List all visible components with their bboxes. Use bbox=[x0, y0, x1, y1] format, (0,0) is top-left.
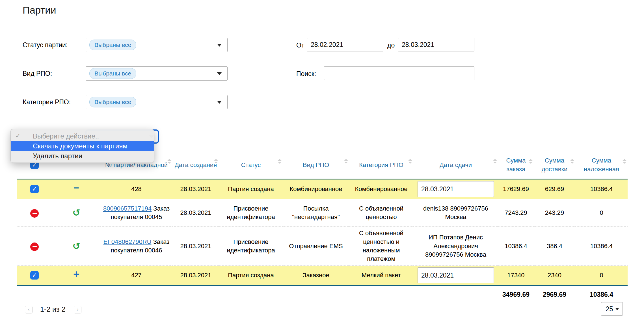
pagination-range: 1-2 из 2 bbox=[40, 305, 65, 313]
chevron-down-icon bbox=[217, 101, 222, 104]
created-date-cell: 28.03.2021 bbox=[172, 179, 219, 199]
sort-icon[interactable] bbox=[214, 159, 218, 164]
totals-row: 34969.69 2969.69 10386.4 bbox=[17, 285, 628, 304]
column-header-delivery-sum: Сумма доставки bbox=[534, 153, 575, 179]
chevron-down-icon bbox=[615, 308, 619, 310]
search-input[interactable] bbox=[324, 66, 474, 80]
status-cell: Партия создана bbox=[219, 179, 283, 199]
search-label: Поиск: bbox=[296, 70, 316, 78]
column-header-cod-sum: Сумма наложенная bbox=[575, 153, 628, 179]
shipment-barcode-link[interactable]: 80090657517194 bbox=[103, 205, 152, 212]
menu-item-download-documents[interactable]: Скачать документы к партиям bbox=[11, 141, 154, 151]
batches-page: Партии Статус партии: Выбраны все Вид РП… bbox=[0, 0, 644, 329]
expand-icon[interactable]: + bbox=[73, 268, 79, 280]
rpo-category-cell: С объявленной ценностью и наложенным пла… bbox=[349, 227, 413, 266]
sort-icon[interactable] bbox=[623, 159, 626, 164]
recipient-cell: ИП Потапов Денис Александрович 890997267… bbox=[413, 227, 498, 266]
rpo-type-cell: Заказное bbox=[283, 266, 349, 285]
table-row-batch-428: ✓ − 428 28.03.2021 Партия создана Комбин… bbox=[17, 179, 628, 199]
handover-date-input[interactable] bbox=[418, 181, 494, 197]
total-order-sum: 34969.69 bbox=[498, 285, 534, 304]
undo-icon[interactable]: ↺ bbox=[72, 241, 80, 252]
total-cod-sum: 10386.4 bbox=[575, 285, 628, 304]
chevron-down-icon bbox=[217, 44, 222, 47]
date-from-input[interactable] bbox=[307, 38, 383, 51]
cod-sum-cell: 0 bbox=[575, 199, 628, 227]
batch-number-cell: 427 bbox=[100, 266, 172, 285]
recipient-cell: denis138 89099726756 Москва bbox=[413, 199, 498, 227]
order-sum-cell: 17629.69 bbox=[498, 179, 534, 199]
rpo-type-select[interactable]: Выбраны все bbox=[86, 66, 228, 81]
batch-status-label: Статус партии: bbox=[23, 41, 68, 49]
chevron-right-icon: › bbox=[77, 306, 79, 312]
status-cell: Присвоение идентификатора bbox=[219, 199, 283, 227]
rpo-type-cell: Комбинированное bbox=[283, 179, 349, 199]
collapse-icon[interactable]: − bbox=[74, 182, 79, 193]
sort-icon[interactable] bbox=[278, 159, 282, 164]
created-date-cell: 28.03.2021 bbox=[172, 227, 219, 266]
rpo-category-label: Категория РПО: bbox=[23, 98, 71, 106]
column-header-handover-date: Дата сдачи bbox=[413, 153, 498, 179]
created-date-cell: 28.03.2021 bbox=[172, 266, 219, 285]
delivery-sum-cell: 2340 bbox=[534, 266, 575, 285]
total-delivery-sum: 2969.69 bbox=[534, 285, 575, 304]
selected-all-chip: Выбраны все bbox=[89, 97, 136, 107]
column-header-rpo-type: Вид РПО bbox=[283, 153, 349, 179]
remove-shipment-icon[interactable] bbox=[30, 243, 39, 251]
delivery-sum-cell: 243.29 bbox=[534, 199, 575, 227]
delivery-sum-cell: 386.4 bbox=[534, 227, 575, 266]
rpo-type-cell: Посылка "нестандартная" bbox=[283, 199, 349, 227]
selected-all-chip: Выбраны все bbox=[89, 68, 136, 79]
status-cell: Присвоение идентификатора bbox=[219, 227, 283, 266]
cod-sum-cell: 10386.4 bbox=[575, 227, 628, 266]
batch-action-menu: ✓ Выберите действие.. Скачать документы … bbox=[10, 129, 154, 163]
sort-icon[interactable] bbox=[570, 159, 574, 164]
shipment-barcode-link[interactable]: EF048062790RU bbox=[103, 238, 152, 245]
sort-icon[interactable] bbox=[408, 159, 412, 164]
shipment-number-cell: EF048062790RU Заказ покупателя 00046 bbox=[100, 227, 172, 266]
table-row-shipment-00045: ↺ 80090657517194 Заказ покупателя 00045 … bbox=[17, 199, 628, 227]
sort-icon[interactable] bbox=[167, 159, 171, 164]
date-from-label: От bbox=[296, 42, 304, 49]
select-row-checkbox[interactable]: ✓ bbox=[30, 185, 39, 193]
batch-number-cell: 428 bbox=[100, 179, 172, 199]
status-cell: Партия создана bbox=[219, 266, 283, 285]
remove-shipment-icon[interactable] bbox=[30, 209, 39, 218]
table-row-shipment-00046: ↺ EF048062790RU Заказ покупателя 00046 2… bbox=[17, 227, 628, 266]
rpo-category-cell: С объявленной ценностью bbox=[349, 199, 413, 227]
table-row-batch-427: ✓ + 427 28.03.2021 Партия создана Заказн… bbox=[17, 266, 628, 285]
order-sum-cell: 17340 bbox=[498, 266, 534, 285]
cod-sum-cell: 10386.4 bbox=[575, 179, 628, 199]
column-header-status: Статус bbox=[219, 153, 283, 179]
date-to-input[interactable] bbox=[398, 38, 474, 51]
page-size-select[interactable]: 25 bbox=[601, 302, 623, 316]
rpo-category-cell: Мелкий пакет bbox=[349, 266, 413, 285]
undo-icon[interactable]: ↺ bbox=[72, 207, 80, 218]
delivery-sum-cell: 629.69 bbox=[534, 179, 575, 199]
sort-icon[interactable] bbox=[493, 159, 497, 164]
cod-sum-cell: 0 bbox=[575, 266, 628, 285]
created-date-cell: 28.03.2021 bbox=[172, 199, 219, 227]
batches-table: ✓ № партии/ накладной Дата создания Стат… bbox=[17, 153, 628, 303]
column-header-order-sum: Сумма заказа bbox=[498, 153, 534, 179]
select-row-checkbox[interactable]: ✓ bbox=[30, 271, 39, 280]
check-icon: ✓ bbox=[15, 132, 20, 139]
sort-icon[interactable] bbox=[344, 159, 348, 164]
menu-item-delete-batches[interactable]: Удалить партии bbox=[11, 151, 154, 161]
chevron-down-icon bbox=[217, 72, 222, 75]
date-to-label: до bbox=[387, 42, 395, 49]
next-page-button[interactable]: › bbox=[74, 306, 81, 313]
menu-item-choose-action[interactable]: ✓ Выберите действие.. bbox=[11, 131, 154, 141]
handover-date-input[interactable] bbox=[418, 267, 494, 283]
rpo-category-select[interactable]: Выбраны все bbox=[86, 95, 228, 109]
sort-icon[interactable] bbox=[529, 159, 533, 164]
page-title: Партии bbox=[23, 5, 56, 16]
selected-all-chip: Выбраны все bbox=[89, 40, 136, 50]
order-sum-cell: 10386.4 bbox=[498, 227, 534, 266]
column-header-rpo-category: Категория РПО bbox=[349, 153, 413, 179]
chevron-left-icon: ‹ bbox=[28, 306, 30, 312]
prev-page-button[interactable]: ‹ bbox=[25, 306, 33, 313]
batch-status-select[interactable]: Выбраны все bbox=[86, 38, 228, 52]
shipment-number-cell: 80090657517194 Заказ покупателя 00045 bbox=[100, 199, 172, 227]
rpo-type-cell: Отправление EMS bbox=[283, 227, 349, 266]
